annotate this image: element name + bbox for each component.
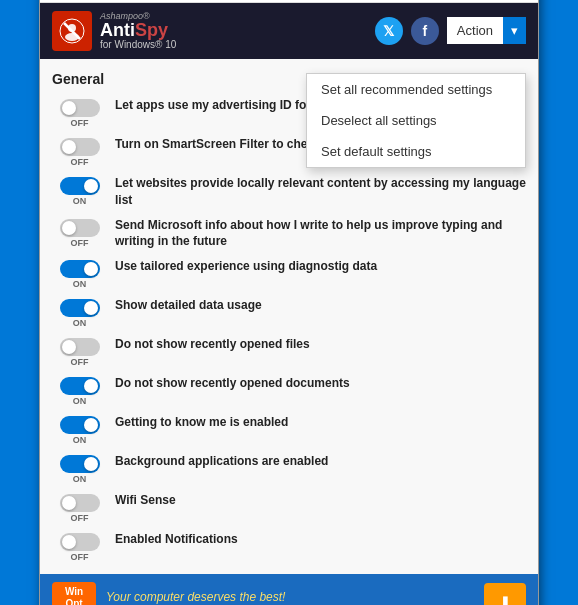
toggle-label-1: OFF: [71, 157, 89, 167]
action-button[interactable]: Action: [447, 17, 503, 44]
toggle-label-5: ON: [73, 318, 87, 328]
setting-text-5: Show detailed data usage: [115, 297, 526, 314]
toggle-0[interactable]: [60, 99, 100, 117]
toggle-container-3: OFF: [52, 217, 107, 248]
toggle-label-4: ON: [73, 279, 87, 289]
toggle-5[interactable]: [60, 299, 100, 317]
toggle-container-9: ON: [52, 453, 107, 484]
action-button-group: Action ▾ Set all recommended settings De…: [447, 17, 526, 44]
setting-row-4: ONUse tailored experience using diagnost…: [40, 254, 538, 293]
app-window: A Ashampoo AntiSpy for Windows® 10 − □ ✕…: [39, 0, 539, 605]
setting-row-3: OFFSend Microsoft info about how I write…: [40, 213, 538, 255]
setting-row-6: OFFDo not show recently opened files: [40, 332, 538, 371]
logo-area: Ashampoo® AntiSpy for Windows® 10: [52, 11, 176, 51]
toggle-container-4: ON: [52, 258, 107, 289]
toggle-label-0: OFF: [71, 118, 89, 128]
setting-text-11: Enabled Notifications: [115, 531, 526, 548]
facebook-button[interactable]: f: [411, 17, 439, 45]
toggle-label-2: ON: [73, 196, 87, 206]
logo-windows-text: for Windows® 10: [100, 39, 176, 50]
toggle-8[interactable]: [60, 416, 100, 434]
setting-row-9: ONBackground applications are enabled: [40, 449, 538, 488]
setting-row-5: ONShow detailed data usage: [40, 293, 538, 332]
header-right: 𝕏 f Action ▾ Set all recommended setting…: [375, 17, 526, 45]
header: Ashampoo® AntiSpy for Windows® 10 𝕏 f Ac…: [40, 3, 538, 59]
toggle-label-10: OFF: [71, 513, 89, 523]
setting-text-9: Background applications are enabled: [115, 453, 526, 470]
toggle-4[interactable]: [60, 260, 100, 278]
toggle-9[interactable]: [60, 455, 100, 473]
toggle-label-8: ON: [73, 435, 87, 445]
setting-text-6: Do not show recently opened files: [115, 336, 526, 353]
toggle-container-2: ON: [52, 175, 107, 206]
action-dropdown: Set all recommended settings Deselect al…: [306, 73, 526, 168]
toggle-container-6: OFF: [52, 336, 107, 367]
logo-text: Ashampoo® AntiSpy for Windows® 10: [100, 11, 176, 50]
setting-text-7: Do not show recently opened documents: [115, 375, 526, 392]
toggle-label-9: ON: [73, 474, 87, 484]
toggle-label-11: OFF: [71, 552, 89, 562]
setting-text-8: Getting to know me is enabled: [115, 414, 526, 431]
setting-row-10: OFFWifi Sense: [40, 488, 538, 527]
setting-row-8: ONGetting to know me is enabled: [40, 410, 538, 449]
toggle-container-11: OFF: [52, 531, 107, 562]
toggle-10[interactable]: [60, 494, 100, 512]
toggle-container-8: ON: [52, 414, 107, 445]
dropdown-item-recommended[interactable]: Set all recommended settings: [307, 74, 525, 105]
toggle-container-0: OFF: [52, 97, 107, 128]
toggle-2[interactable]: [60, 177, 100, 195]
ad-text: Your computer deserves the best! Ashampo…: [106, 590, 474, 605]
logo-icon: [52, 11, 92, 51]
toggle-container-5: ON: [52, 297, 107, 328]
toggle-label-3: OFF: [71, 238, 89, 248]
toggle-7[interactable]: [60, 377, 100, 395]
dropdown-item-default[interactable]: Set default settings: [307, 136, 525, 167]
toggle-container-7: ON: [52, 375, 107, 406]
ad-download-button[interactable]: ⬇: [484, 583, 526, 605]
toggle-container-10: OFF: [52, 492, 107, 523]
setting-text-10: Wifi Sense: [115, 492, 526, 509]
setting-text-3: Send Microsoft info about how I write to…: [115, 217, 526, 251]
toggle-label-7: ON: [73, 396, 87, 406]
toggle-6[interactable]: [60, 338, 100, 356]
toggle-11[interactable]: [60, 533, 100, 551]
twitter-button[interactable]: 𝕏: [375, 17, 403, 45]
ad-thumbnail: WinOpt15: [52, 582, 96, 605]
toggle-label-6: OFF: [71, 357, 89, 367]
setting-row-7: ONDo not show recently opened documents: [40, 371, 538, 410]
ad-tagline: Your computer deserves the best!: [106, 590, 474, 604]
dropdown-item-deselect[interactable]: Deselect all settings: [307, 105, 525, 136]
toggle-1[interactable]: [60, 138, 100, 156]
logo-antispy-text: AntiSpy: [100, 21, 176, 39]
setting-row-2: ONLet websites provide locally relevant …: [40, 171, 538, 213]
toggle-container-1: OFF: [52, 136, 107, 167]
footer-ad: WinOpt15 Your computer deserves the best…: [40, 574, 538, 605]
setting-row-11: OFFEnabled Notifications: [40, 527, 538, 566]
action-chevron-button[interactable]: ▾: [503, 17, 526, 44]
setting-text-4: Use tailored experience using diagnostig…: [115, 258, 526, 275]
toggle-3[interactable]: [60, 219, 100, 237]
setting-text-2: Let websites provide locally relevant co…: [115, 175, 526, 209]
